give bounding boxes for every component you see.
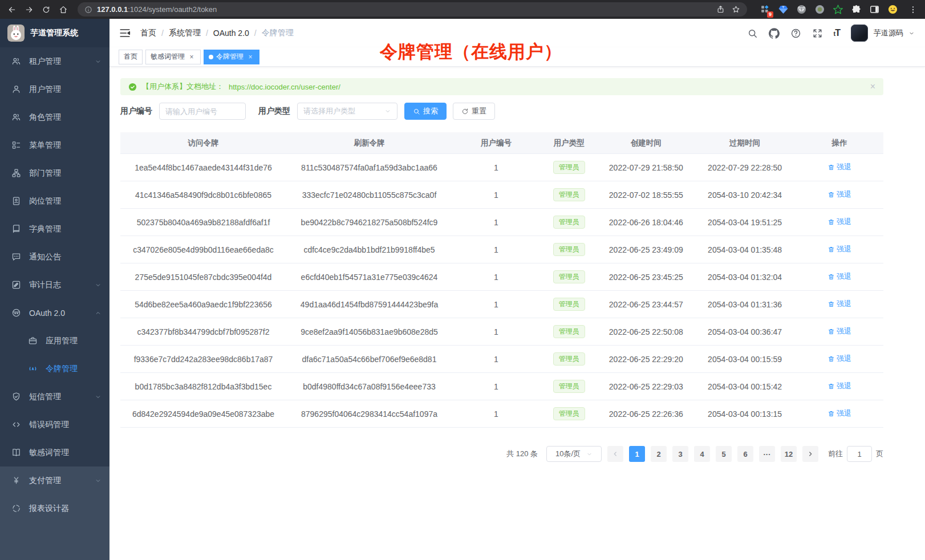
alert-link[interactable]: https://doc.iocoder.cn/user-center/	[229, 83, 340, 91]
breadcrumb-item[interactable]: OAuth 2.0	[213, 29, 249, 38]
extension-icon[interactable]	[868, 3, 881, 16]
tab[interactable]: 令牌管理 ×	[204, 50, 259, 64]
breadcrumb-item[interactable]: 系统管理	[169, 28, 201, 38]
sidebar-item[interactable]: 菜单管理	[0, 131, 109, 159]
breadcrumb-item[interactable]: 首页	[140, 28, 156, 38]
tab[interactable]: 首页	[119, 50, 143, 64]
chevron-down-icon	[95, 282, 102, 289]
force-logout-button[interactable]: 强退	[827, 217, 851, 227]
user-avatar[interactable]	[851, 25, 868, 42]
force-logout-button[interactable]: 强退	[827, 354, 851, 364]
sidebar-item[interactable]: 短信管理	[0, 383, 109, 411]
sidebar-item[interactable]: 角色管理	[0, 103, 109, 131]
extension-icon[interactable]: 9	[758, 3, 771, 16]
token-table: 访问令牌 刷新令牌 用户编号 用户类型 创建时间 过期时间 操作 1ea5e44…	[120, 132, 883, 428]
browser-menu-icon[interactable]	[906, 2, 920, 17]
close-icon[interactable]: ×	[246, 53, 254, 61]
help-icon[interactable]	[790, 28, 801, 39]
page-number-button[interactable]: ···	[759, 446, 775, 462]
table-row: 6d842e2924594de9a09e45e087323abe 8796295…	[120, 400, 883, 428]
force-logout-button[interactable]: 强退	[827, 271, 851, 282]
username[interactable]: 芋道源码	[874, 28, 903, 38]
page-number-button[interactable]: 4	[694, 446, 710, 462]
force-logout-button[interactable]: 强退	[827, 189, 851, 200]
share-icon[interactable]	[716, 5, 725, 14]
force-logout-button[interactable]: 强退	[827, 162, 851, 172]
sidebar-item[interactable]: 用户管理	[0, 75, 109, 103]
browser-reload-icon[interactable]	[39, 2, 54, 17]
user-id-cell: 1	[452, 409, 540, 419]
browser-back-icon[interactable]	[5, 2, 19, 17]
refresh-token-cell: 8796295f04064c2983414cc54af1097a	[286, 409, 452, 419]
user-type-cell: 管理员	[540, 270, 598, 284]
force-logout-button[interactable]: 强退	[827, 381, 851, 391]
actions-cell: 强退	[796, 217, 883, 228]
next-page-button[interactable]	[802, 446, 818, 462]
sidebar-item[interactable]: 部门管理	[0, 159, 109, 187]
browser-home-icon[interactable]	[56, 2, 71, 17]
page-size-select[interactable]: 10条/页	[546, 446, 602, 462]
page-number-button[interactable]: 3	[672, 446, 688, 462]
sidebar-collapse-icon[interactable]	[119, 27, 131, 39]
extension-icon[interactable]	[777, 3, 789, 16]
search-button[interactable]: 搜索	[404, 103, 447, 120]
extension-icon[interactable]	[831, 3, 844, 16]
user-type-select[interactable]: 请选择用户类型	[297, 103, 397, 120]
user-id-cell: 1	[452, 382, 540, 391]
user-id-input[interactable]	[159, 103, 246, 120]
breadcrumb-item[interactable]: 令牌管理	[262, 28, 294, 38]
force-logout-button[interactable]: 强退	[827, 299, 851, 309]
sidebar-item[interactable]: OAuth 2.0	[0, 299, 109, 327]
force-logout-button[interactable]: 强退	[827, 326, 851, 336]
address-bar[interactable]: 127.0.0.1:1024/system/oauth2/token	[78, 2, 747, 17]
table-row: 502375b8040a469a9b82188afdf6af1f be90422…	[120, 209, 883, 236]
github-icon[interactable]	[769, 28, 780, 39]
font-size-icon[interactable]: tT	[834, 28, 840, 38]
browser-forward-icon[interactable]	[22, 2, 36, 17]
tab[interactable]: 敏感词管理 ×	[145, 50, 201, 64]
reset-button[interactable]: 重置	[453, 103, 495, 120]
sidebar-item[interactable]: 错误码管理	[0, 411, 109, 439]
chevron-down-icon	[586, 451, 593, 457]
goto-page-input[interactable]	[847, 446, 872, 462]
force-logout-button[interactable]: 强退	[827, 244, 851, 254]
user-id-cell: 1	[452, 300, 540, 309]
expires-cell: 2022-07-29 22:28:50	[694, 163, 796, 172]
sidebar-item[interactable]: 岗位管理	[0, 187, 109, 215]
caret-down-icon[interactable]	[908, 30, 915, 36]
oauth-icon	[11, 308, 21, 318]
access-token-cell: c347026e805e4d99b0d116eae66eda8c	[120, 245, 286, 254]
sidebar-item[interactable]: 令牌管理	[0, 355, 109, 383]
close-icon[interactable]: ×	[188, 53, 196, 61]
page-number-button[interactable]: 6	[737, 446, 753, 462]
fullscreen-icon[interactable]	[812, 28, 823, 39]
extension-icon[interactable]	[850, 3, 862, 16]
sidebar-item[interactable]: 字典管理	[0, 215, 109, 243]
sidebar-item[interactable]: 报表设计器	[0, 494, 109, 522]
page-number-button[interactable]: 5	[716, 446, 732, 462]
sidebar-item[interactable]: 租户管理	[0, 47, 109, 75]
sidebar-item[interactable]: 支付管理	[0, 466, 109, 494]
sidebar-item[interactable]: 审计日志	[0, 271, 109, 299]
expires-cell: 2054-03-04 00:15:42	[694, 382, 796, 391]
success-check-icon	[128, 83, 137, 91]
sidebar-item[interactable]: 通知公告	[0, 243, 109, 271]
extension-icon[interactable]	[813, 3, 826, 16]
alert-close-icon[interactable]: ×	[870, 82, 875, 91]
created-cell: 2022-06-25 22:50:08	[598, 327, 695, 336]
expires-cell: 2054-03-04 01:32:04	[694, 273, 796, 282]
sidebar-item[interactable]: 敏感词管理	[0, 439, 109, 466]
page-number-button[interactable]: 12	[781, 446, 797, 462]
site-info-icon[interactable]	[84, 6, 92, 14]
page-number-button[interactable]: 1	[629, 446, 645, 462]
prev-page-button[interactable]	[607, 446, 623, 462]
search-icon[interactable]	[747, 28, 758, 39]
extension-icon[interactable]	[795, 3, 808, 16]
bookmark-star-icon[interactable]	[732, 5, 740, 14]
force-logout-button[interactable]: 强退	[827, 408, 851, 419]
page-number-button[interactable]: 2	[651, 446, 667, 462]
sidebar-item[interactable]: 应用管理	[0, 327, 109, 355]
sms-icon	[11, 392, 21, 401]
refresh-token-cell: be90422b8c7946218275a508bf524fc9	[286, 218, 452, 227]
extension-icon[interactable]	[886, 3, 899, 16]
